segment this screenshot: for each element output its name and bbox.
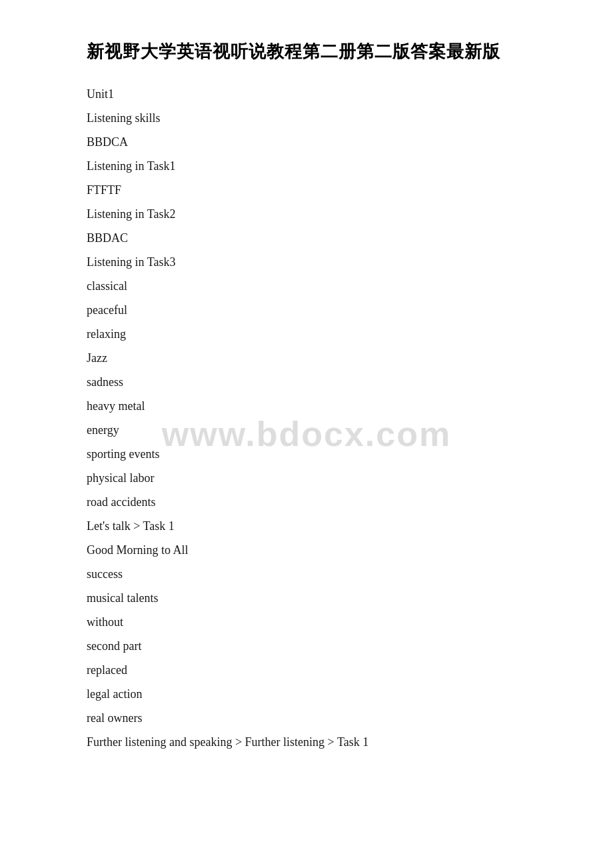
list-item: BBDAC [87, 226, 560, 250]
list-item: physical labor [87, 466, 560, 490]
list-item: Unit1 [87, 82, 560, 106]
list-item: road accidents [87, 490, 560, 514]
list-item: musical talents [87, 586, 560, 610]
list-item: classical [87, 274, 560, 298]
page-title: 新视野大学英语视听说教程第二册第二版答案最新版 [87, 40, 560, 63]
list-item: Jazz [87, 346, 560, 370]
list-item: Listening in Task1 [87, 154, 560, 178]
list-item: Further listening and speaking > Further… [87, 730, 560, 754]
list-item: relaxing [87, 322, 560, 346]
list-item: success [87, 562, 560, 586]
list-item: Good Morning to All [87, 538, 560, 562]
list-item: sadness [87, 370, 560, 394]
list-item: sporting events [87, 442, 560, 466]
list-item: heavy metal [87, 394, 560, 418]
list-item: Listening in Task3 [87, 250, 560, 274]
list-item: second part [87, 634, 560, 658]
list-item: Listening in Task2 [87, 202, 560, 226]
list-item: peaceful [87, 298, 560, 322]
list-item: Listening skills [87, 106, 560, 130]
list-item: replaced [87, 658, 560, 682]
list-item: legal action [87, 682, 560, 706]
list-item: without [87, 610, 560, 634]
list-item: energy [87, 418, 560, 442]
list-item: real owners [87, 706, 560, 730]
content-list: Unit1Listening skillsBBDCAListening in T… [87, 82, 560, 754]
list-item: Let's talk > Task 1 [87, 514, 560, 538]
list-item: FTFTF [87, 178, 560, 202]
list-item: BBDCA [87, 130, 560, 154]
